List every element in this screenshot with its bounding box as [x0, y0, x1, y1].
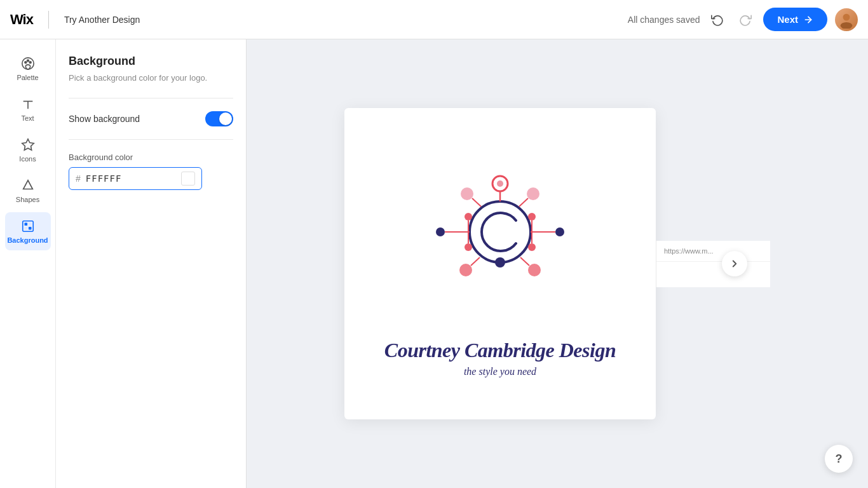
avatar[interactable]	[835, 8, 858, 31]
right-preview-content	[656, 262, 770, 287]
help-button[interactable]: ?	[825, 445, 853, 473]
page-title: Try Another Design	[64, 15, 140, 25]
hash-sign: #	[76, 173, 81, 184]
help-label: ?	[836, 452, 843, 466]
svg-point-6	[29, 62, 31, 64]
svg-point-21	[461, 187, 473, 200]
logo-name-sub: the style you need	[464, 366, 536, 377]
color-input-row: #	[69, 167, 202, 190]
undo-button[interactable]	[707, 10, 728, 30]
svg-point-16	[470, 201, 531, 262]
canvas-area: Courtney Cambridge Design the style you …	[247, 39, 868, 488]
sidebar-item-palette-label: Palette	[17, 74, 38, 81]
show-background-toggle[interactable]	[205, 111, 233, 126]
svg-point-23	[527, 187, 539, 200]
svg-line-33	[520, 257, 529, 266]
palette-icon	[20, 56, 36, 71]
panel-divider-2	[69, 139, 233, 140]
svg-rect-13	[28, 223, 31, 226]
svg-rect-11	[22, 221, 33, 232]
logo-name-main: Courtney Cambridge Design	[384, 339, 616, 362]
logo-card: Courtney Cambridge Design the style you …	[344, 108, 656, 419]
show-background-row: Show background	[69, 111, 233, 126]
background-panel: Background Pick a background color for y…	[56, 39, 247, 488]
next-button[interactable]: Next	[763, 8, 827, 31]
sidebar-icons: Palette Text Icons Shapes Background	[0, 39, 56, 488]
sidebar-item-icons-label: Icons	[19, 155, 36, 163]
svg-point-37	[465, 213, 472, 220]
panel-title: Background	[69, 55, 233, 68]
bg-color-label: Background color	[69, 152, 233, 162]
sidebar-item-shapes[interactable]: Shapes	[5, 172, 51, 210]
svg-rect-14	[24, 227, 27, 230]
svg-marker-9	[22, 139, 33, 150]
svg-point-35	[528, 243, 536, 251]
svg-point-32	[528, 264, 541, 276]
svg-line-31	[471, 257, 480, 266]
sidebar-item-shapes-label: Shapes	[16, 196, 39, 203]
next-label: Next	[777, 14, 798, 25]
header-divider	[48, 11, 49, 29]
background-icon	[20, 219, 36, 234]
svg-line-24	[519, 198, 528, 207]
wix-logo: Wix	[10, 11, 33, 28]
svg-point-2	[841, 22, 853, 28]
svg-point-4	[24, 62, 26, 64]
right-preview-url: https://www.m...	[656, 241, 770, 262]
color-swatch[interactable]	[181, 172, 195, 186]
right-preview-panel: https://www.m... Cou	[656, 241, 770, 287]
header: Wix Try Another Design All changes saved…	[0, 0, 868, 39]
sidebar-item-text-label: Text	[21, 114, 34, 122]
svg-point-1	[843, 13, 850, 20]
redo-button[interactable]	[735, 10, 756, 30]
text-icon	[20, 97, 36, 112]
toggle-track	[205, 111, 233, 126]
svg-rect-12	[24, 223, 27, 226]
header-logo: Wix Try Another Design	[10, 11, 140, 29]
svg-point-30	[459, 264, 472, 276]
svg-point-34	[528, 213, 536, 220]
svg-point-38	[465, 243, 472, 251]
sidebar-item-background-label: Background	[7, 236, 48, 244]
sidebar-item-palette[interactable]: Palette	[5, 50, 51, 88]
show-background-label: Show background	[69, 114, 140, 124]
svg-point-17	[495, 257, 505, 268]
status-text: All changes saved	[628, 15, 700, 25]
svg-rect-15	[28, 227, 31, 230]
color-value-input[interactable]	[86, 173, 149, 184]
panel-subtitle: Pick a background color for your logo.	[69, 73, 233, 83]
svg-point-28	[436, 227, 445, 236]
shapes-icon	[20, 178, 36, 193]
svg-point-19	[497, 180, 503, 187]
toggle-knob	[219, 112, 232, 125]
svg-point-26	[555, 227, 564, 236]
sidebar-item-background[interactable]: Background	[5, 212, 51, 250]
svg-point-5	[27, 60, 29, 62]
star-icon	[20, 137, 36, 152]
panel-divider	[69, 98, 233, 98]
header-right: All changes saved Next	[628, 8, 858, 31]
logo-graphic	[405, 151, 595, 329]
main-layout: Palette Text Icons Shapes Background	[0, 39, 868, 488]
sidebar-item-text[interactable]: Text	[5, 90, 51, 128]
carousel-next-arrow[interactable]	[722, 251, 747, 276]
svg-line-22	[472, 198, 481, 207]
sidebar-item-icons[interactable]: Icons	[5, 131, 51, 169]
